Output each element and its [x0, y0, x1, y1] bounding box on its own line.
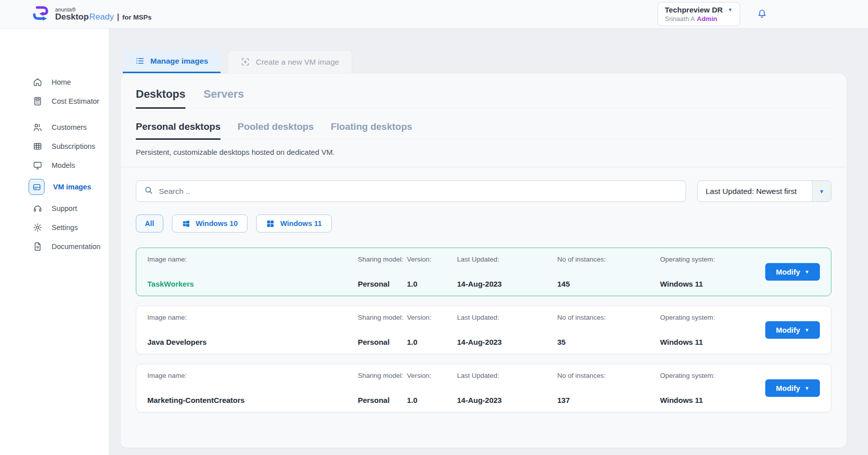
notifications-button[interactable] [756, 8, 768, 21]
category-tabs: Desktops Servers [136, 74, 831, 108]
filter-windows-11[interactable]: Windows 11 [256, 214, 332, 233]
vm-image-list: Image name: TaskWorkers Sharing model: P… [136, 248, 831, 412]
sidebar-item-label: VM images [53, 183, 91, 191]
account-switcher[interactable]: Techpreview DR ▼ Srinaath AAdmin [658, 2, 741, 26]
sidebar-item-label: Customers [52, 123, 87, 131]
image-name-value: Java Developers [147, 338, 358, 346]
windows-11-icon [266, 219, 275, 228]
image-name-label: Image name: [147, 372, 358, 380]
modify-label: Modify [776, 268, 800, 276]
sort-dropdown[interactable]: Last Updated: Newest first ▼ [697, 180, 831, 202]
brand-company: anunta® [55, 7, 152, 13]
modify-label: Modify [776, 384, 800, 392]
brand-logo: anunta® Desktop Ready | for MSPs [31, 4, 152, 24]
sidebar-item-models[interactable]: Models [0, 156, 109, 175]
filter-label: Windows 11 [280, 219, 322, 227]
sidebar-nav: Home Cost Estimator Customers Subscripti… [0, 29, 109, 455]
filter-label: All [145, 219, 154, 227]
image-tabs: Manage images Create a new VM image [123, 50, 868, 73]
search-box [136, 180, 686, 202]
sidebar-item-label: Subscriptions [52, 142, 95, 150]
sort-selected-value: Last Updated: Newest first [698, 181, 812, 201]
image-name-label: Image name: [147, 256, 358, 264]
tenant-name: Techpreview DR [665, 6, 723, 14]
instances-label: No of instances: [557, 256, 660, 264]
version-value: 1.0 [407, 280, 457, 288]
sidebar-item-label: Models [52, 161, 75, 169]
vm-image-row[interactable]: Image name: Marketing-ContentCreators Sh… [136, 364, 831, 412]
list-icon [135, 56, 145, 66]
users-icon [32, 122, 43, 133]
instances-value: 137 [557, 396, 660, 404]
tab-manage-images[interactable]: Manage images [123, 50, 221, 73]
last-updated-value: 14-Aug-2023 [457, 396, 557, 404]
home-icon [32, 77, 43, 88]
tab-desktops[interactable]: Desktops [136, 88, 185, 109]
vm-image-row[interactable]: Image name: Java Developers Sharing mode… [136, 306, 831, 354]
tab-label: Create a new VM image [256, 58, 339, 67]
modify-button[interactable]: Modify ▼ [765, 379, 820, 397]
sidebar-item-subscriptions[interactable]: Subscriptions [0, 137, 109, 156]
brand-product-primary: Desktop [55, 13, 89, 22]
sharing-model-label: Sharing model: [358, 256, 407, 264]
sharing-model-value: Personal [358, 396, 407, 404]
last-updated-value: 14-Aug-2023 [457, 280, 557, 288]
version-label: Version: [407, 314, 457, 322]
filter-windows-10[interactable]: Windows 10 [172, 214, 248, 233]
os-filter-chips: All Windows 10 Windows 11 [136, 214, 831, 233]
modify-button[interactable]: Modify ▼ [765, 321, 820, 339]
document-icon [32, 241, 43, 252]
grid-table-icon [32, 141, 43, 152]
sharing-model-value: Personal [358, 338, 407, 346]
sidebar-item-documentation[interactable]: Documentation [0, 237, 109, 256]
version-value: 1.0 [407, 338, 457, 346]
sidebar-item-label: Home [52, 78, 71, 86]
sidebar-item-home[interactable]: Home [0, 73, 109, 92]
last-updated-label: Last Updated: [457, 256, 557, 264]
sidebar-item-label: Settings [52, 223, 78, 232]
tab-personal-desktops[interactable]: Personal desktops [136, 121, 221, 140]
tab-create-vm-image[interactable]: Create a new VM image [228, 50, 352, 73]
modify-button[interactable]: Modify ▼ [765, 263, 820, 281]
os-value: Windows 11 [660, 396, 760, 404]
sidebar-item-customers[interactable]: Customers [0, 118, 109, 137]
sidebar-item-label: Support [52, 204, 77, 212]
instances-label: No of instances: [557, 314, 660, 322]
caret-down-icon: ▼ [805, 385, 809, 391]
instances-value: 145 [557, 280, 660, 288]
image-name-label: Image name: [147, 314, 358, 322]
calculator-icon [32, 96, 43, 107]
os-label: Operating system: [660, 372, 760, 380]
vm-image-row[interactable]: Image name: TaskWorkers Sharing model: P… [136, 248, 831, 296]
os-value: Windows 11 [660, 338, 760, 346]
filter-all[interactable]: All [136, 214, 163, 233]
tab-servers[interactable]: Servers [203, 88, 244, 108]
os-label: Operating system: [660, 314, 760, 322]
sharing-model-value: Personal [358, 280, 407, 288]
sidebar-item-label: Documentation [52, 243, 101, 251]
version-label: Version: [407, 256, 457, 264]
tab-floating-desktops[interactable]: Floating desktops [331, 121, 412, 139]
gear-icon [32, 222, 43, 233]
bell-icon [756, 13, 768, 21]
last-updated-label: Last Updated: [457, 372, 557, 380]
sidebar-item-label: Cost Estimator [52, 97, 99, 105]
search-input[interactable] [159, 187, 678, 196]
app-header: anunta® Desktop Ready | for MSPs Techpre… [0, 0, 868, 29]
os-value: Windows 11 [660, 280, 760, 288]
instances-value: 35 [557, 338, 660, 346]
tab-pooled-desktops[interactable]: Pooled desktops [238, 121, 314, 139]
tab-label: Manage images [150, 57, 208, 66]
filter-label: Windows 10 [196, 219, 238, 227]
image-name-value: Marketing-ContentCreators [147, 396, 358, 404]
caret-down-icon: ▼ [805, 327, 809, 333]
sidebar-item-support[interactable]: Support [0, 199, 109, 218]
hard-drive-icon [29, 179, 45, 195]
search-icon [144, 185, 153, 197]
sidebar-item-cost-estimator[interactable]: Cost Estimator [0, 92, 109, 111]
desktop-type-tabs: Personal desktops Pooled desktops Floati… [136, 108, 831, 139]
sidebar-item-vm-images[interactable]: VM images [0, 175, 109, 199]
sidebar-item-settings[interactable]: Settings [0, 218, 109, 237]
image-name-value: TaskWorkers [147, 280, 358, 288]
brand-product-accent: Ready [89, 13, 114, 22]
